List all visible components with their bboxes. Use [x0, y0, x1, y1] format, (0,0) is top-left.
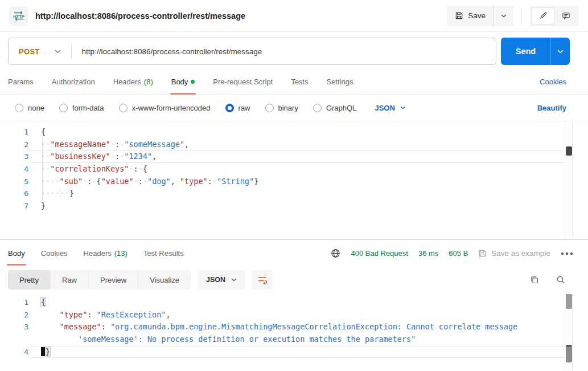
response-tab-body[interactable]: Body — [8, 240, 25, 266]
save-button-label: Save — [468, 11, 486, 20]
save-options-button[interactable] — [494, 6, 513, 26]
line-number: 2 — [0, 138, 28, 151]
code-line[interactable]: 'someMessage': No process definition or … — [0, 333, 588, 346]
comments-button[interactable] — [554, 7, 577, 25]
mode-x-www-form-urlencoded[interactable]: x-www-form-urlencoded — [119, 104, 211, 112]
http-request-icon: HTTP — [9, 6, 28, 26]
copy-icon — [530, 275, 539, 284]
line-number: 6 — [0, 187, 28, 200]
code-line[interactable]: 5····"sub"·:·{"value"·:·"dog",·"type":·"… — [0, 176, 588, 188]
response-tab-headers[interactable]: Headers(13) — [84, 240, 128, 266]
line-number: 4 — [0, 346, 28, 358]
headers-count: (8) — [144, 78, 153, 86]
copy-response-button[interactable] — [530, 275, 539, 284]
line-number: 1 — [0, 296, 28, 309]
radio-icon — [313, 104, 322, 112]
response-format-dropdown[interactable]: JSON — [198, 270, 245, 290]
tab-headers[interactable]: Headers(8) — [113, 70, 153, 95]
cookies-link[interactable]: Cookies — [540, 78, 566, 86]
radio-icon — [265, 104, 274, 112]
code-line[interactable]: 1{ — [0, 296, 588, 309]
response-headers-count: (13) — [114, 249, 128, 258]
response-time[interactable]: 36 ms — [418, 249, 438, 258]
scrollbar-thumb[interactable] — [566, 346, 572, 362]
chevron-down-icon — [231, 278, 237, 282]
radio-icon — [15, 104, 23, 112]
request-url-row: POST http://localhost:8086/process-contr… — [0, 32, 588, 70]
chevron-down-icon — [557, 50, 564, 54]
mode-graphql[interactable]: GraphQL — [313, 104, 356, 112]
mode-raw[interactable]: raw — [225, 104, 250, 112]
code-line[interactable]: 2 "type": "RestException", — [0, 309, 588, 321]
wrap-lines-button[interactable] — [252, 270, 273, 290]
code-line[interactable]: 2··"messageName"·:·"someMessage", — [0, 138, 588, 151]
tab-params[interactable]: Params — [8, 70, 34, 95]
scrollbar-thumb[interactable] — [566, 294, 572, 309]
wrap-text-icon — [257, 276, 268, 284]
response-meta-row: Body Cookies Headers(13) Test Results 40… — [0, 240, 588, 266]
edit-button[interactable] — [532, 7, 554, 25]
method-selector[interactable]: POST — [9, 47, 71, 56]
radio-icon — [59, 104, 68, 112]
url-divider — [71, 43, 72, 59]
view-preview[interactable]: Preview — [88, 270, 138, 290]
topbar-divider — [521, 7, 522, 25]
status-badge[interactable]: 400 Bad Request — [351, 249, 408, 258]
code-line[interactable]: 6······} — [0, 187, 588, 200]
tab-settings[interactable]: Settings — [326, 70, 353, 95]
code-line[interactable]: 3··"businessKey"·:·"1234", — [0, 150, 588, 163]
line-number: 3 — [0, 150, 28, 163]
tab-authorization[interactable]: Authorization — [52, 70, 95, 95]
send-options-button[interactable] — [550, 38, 570, 65]
response-editor-scrollbar[interactable] — [565, 293, 573, 371]
save-icon — [455, 11, 463, 20]
radio-selected-icon — [225, 104, 234, 112]
mode-none[interactable]: none — [15, 104, 44, 112]
response-view-switch: Pretty Raw Preview Visualize — [8, 270, 191, 290]
save-button[interactable]: Save — [447, 6, 494, 26]
code-line[interactable]: 1{ — [0, 126, 588, 138]
scrollbar-thumb[interactable] — [566, 146, 572, 156]
view-pretty[interactable]: Pretty — [8, 270, 50, 290]
response-tab-test-results[interactable]: Test Results — [143, 240, 184, 266]
line-number: 1 — [0, 126, 28, 138]
chevron-down-icon — [400, 106, 406, 109]
response-tab-cookies[interactable]: Cookies — [41, 240, 68, 266]
request-tabs: Params Authorization Headers(8) Body Pre… — [0, 70, 588, 95]
view-visualize[interactable]: Visualize — [138, 270, 191, 290]
view-raw[interactable]: Raw — [50, 270, 88, 290]
code-line[interactable]: 3 "message": "org.camunda.bpm.engine.Mis… — [0, 321, 588, 333]
svg-text:HTTP: HTTP — [13, 14, 24, 19]
network-globe-icon[interactable] — [331, 248, 340, 258]
chevron-down-icon — [55, 50, 61, 54]
save-as-example-button[interactable]: Save as example — [478, 249, 550, 258]
code-line[interactable]: 4} — [0, 346, 588, 358]
line-number: 4 — [0, 163, 28, 176]
edit-comment-group — [530, 6, 579, 26]
send-button[interactable]: Send — [501, 38, 550, 65]
tab-tests[interactable]: Tests — [291, 70, 308, 95]
search-response-button[interactable] — [556, 275, 565, 284]
chevron-down-icon — [501, 14, 507, 18]
body-mode-row: none form-data x-www-form-urlencoded raw… — [0, 95, 588, 121]
response-toolbar: Pretty Raw Preview Visualize JSON — [0, 267, 588, 293]
url-input[interactable]: http://localhost:8086/process-controller… — [82, 47, 262, 56]
beautify-link[interactable]: Beautify — [537, 104, 566, 112]
comment-icon — [562, 11, 570, 20]
response-size[interactable]: 605 B — [449, 249, 468, 258]
mode-binary[interactable]: binary — [265, 104, 298, 112]
code-line[interactable]: 7} — [0, 200, 588, 213]
request-body-editor[interactable]: 1{2··"messageName"·:·"someMessage",3··"b… — [0, 121, 588, 240]
line-number: 5 — [0, 176, 28, 188]
tab-pre-request-script[interactable]: Pre-request Script — [213, 70, 273, 95]
url-box: POST http://localhost:8086/process-contr… — [8, 38, 496, 65]
response-body-editor[interactable]: 1{2 "type": "RestException",3 "message":… — [0, 293, 588, 371]
code-line[interactable]: 4··"correlationKeys"·:·{ — [0, 163, 588, 176]
search-icon — [556, 275, 565, 284]
tab-body[interactable]: Body — [171, 70, 195, 95]
format-dropdown[interactable]: JSON — [375, 104, 405, 112]
mode-form-data[interactable]: form-data — [59, 104, 104, 112]
request-editor-scrollbar[interactable] — [565, 121, 573, 239]
more-actions-icon[interactable]: ●●● — [561, 250, 574, 256]
indent-guide — [42, 138, 43, 200]
